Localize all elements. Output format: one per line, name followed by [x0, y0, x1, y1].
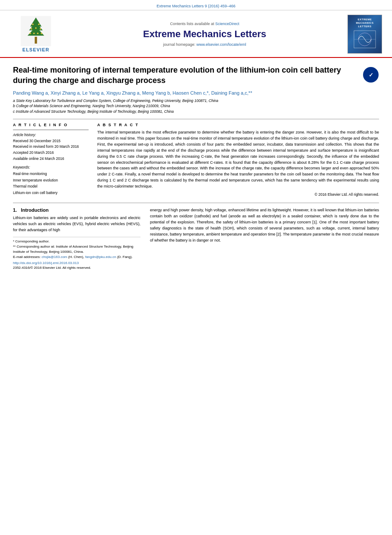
introduction-columns: 1. Introduction Lithium-ion batteries ar…	[13, 207, 379, 270]
keyword-2: Inner temperature evolution	[13, 177, 89, 183]
svg-point-8	[40, 28, 41, 30]
contents-text: Contents lists available at	[170, 22, 214, 26]
revised-date: Received in revised form 20 March 2016	[13, 144, 89, 150]
received-date: Received 30 December 2015	[13, 138, 89, 144]
keyword-1: Real-time monitoring	[13, 171, 89, 177]
main-content: Real-time monitoring of internal tempera…	[0, 58, 392, 270]
page: Extreme Mechanics Letters 9 (2016) 459–4…	[0, 0, 392, 535]
email1-link[interactable]: chsjla@163.com	[41, 255, 67, 259]
abstract-header: A B S T R A C T	[97, 123, 379, 127]
introduction-title: 1. Introduction	[13, 207, 140, 213]
elsevier-logo: ELSEVIER	[21, 16, 51, 52]
crossmark-icon[interactable]: ✓	[363, 67, 379, 83]
email2-name: (D. Fang).	[117, 255, 133, 259]
cover-graphic	[352, 29, 378, 50]
available-date: Available online 24 March 2016	[13, 156, 89, 162]
svg-point-12	[33, 33, 35, 35]
contents-available-line: Contents lists available at ScienceDirec…	[170, 22, 239, 26]
abstract-column: A B S T R A C T The internal temperature…	[97, 123, 379, 197]
footnote-corresponding2: ** Corresponding author at: Institute of…	[13, 244, 140, 255]
affiliations-section: a State Key Laboratory for Turbulence an…	[13, 98, 379, 115]
article-info-column: A R T I C L E I N F O Article history: R…	[13, 123, 89, 197]
journal-cover-section: EXTREME MECHANICS LETTERS	[345, 15, 384, 54]
affiliation-b: b College of Materials Science and Engin…	[13, 103, 379, 109]
svg-point-10	[29, 33, 31, 35]
affiliation-a: a State Key Laboratory for Turbulence an…	[13, 98, 379, 104]
introduction-left-text: Lithium-ion batteries are widely used in…	[13, 215, 140, 233]
journal-name: Extreme Mechanics Letters	[143, 29, 266, 40]
abstract-body: The internal temperature is the most eff…	[97, 130, 379, 190]
introduction-section: 1. Introduction Lithium-ion batteries ar…	[13, 203, 379, 270]
top-bar: Extreme Mechanics Letters 9 (2016) 459–4…	[0, 0, 392, 10]
section-divider	[13, 119, 379, 119]
cover-title: EXTREME MECHANICS LETTERS	[350, 18, 380, 28]
journal-cover-image: EXTREME MECHANICS LETTERS	[347, 15, 382, 54]
email-label: E-mail addresses:	[13, 255, 41, 259]
info-abstract-section: A R T I C L E I N F O Article history: R…	[13, 123, 379, 197]
affiliation-c: c Institute of Advanced Structure Techno…	[13, 109, 379, 115]
footnote-email-line: E-mail addresses: chsjla@163.com (H. Che…	[13, 255, 140, 260]
authors-line: Panding Wang a, Xinyi Zhang a, Le Yang a…	[13, 90, 379, 96]
svg-point-7	[31, 28, 32, 30]
journal-header: ELSEVIER Contents lists available at Sci…	[0, 10, 392, 58]
journal-reference: Extreme Mechanics Letters 9 (2016) 459–4…	[156, 4, 236, 8]
section-number: 1.	[13, 207, 17, 213]
article-info-divider	[13, 130, 89, 130]
keyword-3: Thermal model	[13, 183, 89, 189]
svg-rect-1	[35, 37, 37, 44]
svg-point-11	[41, 33, 42, 35]
svg-point-5	[32, 24, 34, 25]
keywords-label: Keywords:	[13, 165, 89, 169]
keyword-4: Lithium-ion coin cell battery	[13, 190, 89, 196]
article-title: Real-time monitoring of internal tempera…	[13, 65, 358, 86]
email1-name: (H. Chen),	[68, 255, 84, 259]
homepage-text: journal homepage:	[163, 42, 195, 47]
svg-point-13	[37, 33, 39, 35]
footnote-corresponding1: * Corresponding author.	[13, 239, 140, 244]
introduction-right: energy and high power density, high volt…	[150, 207, 379, 270]
section-title-text: Introduction	[21, 207, 48, 213]
journal-homepage-line: journal homepage: www.elsevier.com/locat…	[163, 42, 246, 47]
journal-title-section: Contents lists available at ScienceDirec…	[64, 15, 345, 54]
accepted-date: Accepted 20 March 2016	[13, 150, 89, 156]
svg-point-9	[35, 27, 37, 29]
email2-link[interactable]: fangdn@pku.edu.cn	[85, 255, 116, 259]
doi-link[interactable]: http://dx.doi.org/10.1016/j.eml.2016.03.…	[13, 261, 140, 265]
introduction-right-text: energy and high power density, high volt…	[150, 207, 379, 244]
issn-line: 2352-4316/© 2016 Elsevier Ltd. All right…	[13, 266, 140, 270]
introduction-left: 1. Introduction Lithium-ion batteries ar…	[13, 207, 140, 270]
svg-point-6	[38, 24, 40, 25]
article-history-label: Article history:	[13, 133, 89, 137]
elsevier-tree-icon	[21, 16, 51, 46]
homepage-url[interactable]: www.elsevier.com/locate/eml	[197, 42, 246, 47]
elsevier-brand-label: ELSEVIER	[22, 47, 49, 52]
sciencedirect-link[interactable]: ScienceDirect	[215, 22, 239, 26]
elsevier-logo-section: ELSEVIER	[8, 15, 64, 54]
article-info-header: A R T I C L E I N F O	[13, 123, 89, 127]
authors-text: Panding Wang a, Xinyi Zhang a, Le Yang a…	[13, 90, 252, 96]
copyright-line: © 2016 Elsevier Ltd. All rights reserved…	[97, 192, 379, 197]
article-title-section: Real-time monitoring of internal tempera…	[13, 65, 379, 86]
footnotes-section: * Corresponding author. ** Corresponding…	[13, 237, 140, 270]
svg-text:✓: ✓	[369, 72, 373, 78]
